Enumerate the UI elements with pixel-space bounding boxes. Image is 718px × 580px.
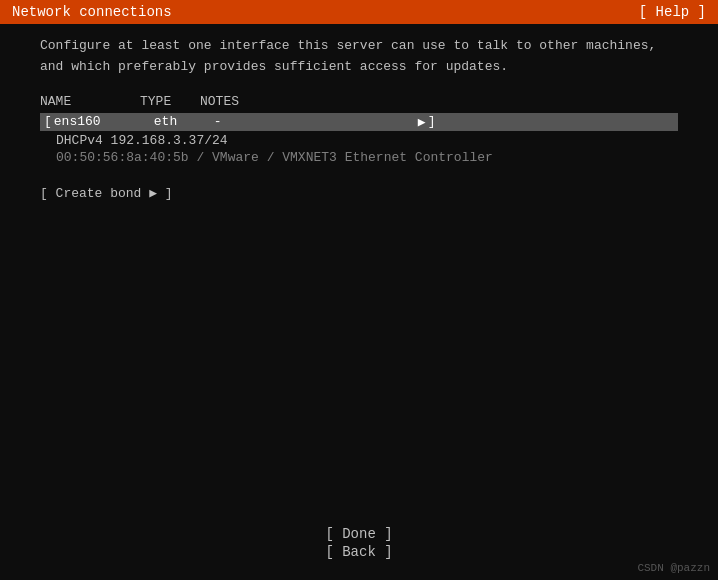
watermark: CSDN @pazzn xyxy=(637,562,710,574)
header-name: NAME xyxy=(40,94,140,109)
content-area: Configure at least one interface this se… xyxy=(0,24,718,526)
dhcp-row: DHCPv4 192.168.3.37/24 xyxy=(40,131,678,148)
arrow-icon: ▶ xyxy=(418,114,426,130)
done-button[interactable]: [ Done ] xyxy=(325,526,392,542)
interface-name: ens160 xyxy=(54,114,154,129)
table-header: NAME TYPE NOTES xyxy=(40,94,678,109)
interface-notes: - xyxy=(214,114,414,129)
bottom-area xyxy=(40,201,678,514)
header-notes: NOTES xyxy=(200,94,400,109)
header-type: TYPE xyxy=(140,94,200,109)
description-line2: and which preferably provides sufficient… xyxy=(40,57,678,78)
title-bar: Network connections [ Help ] xyxy=(0,0,718,24)
interface-type: eth xyxy=(154,114,214,129)
buttons-area: [ Done ] [ Back ] xyxy=(0,526,718,580)
title-text: Network connections xyxy=(12,4,172,20)
create-bond[interactable]: [ Create bond ▶ ] xyxy=(40,185,678,201)
description-line1: Configure at least one interface this se… xyxy=(40,36,678,57)
screen: Network connections [ Help ] Configure a… xyxy=(0,0,718,580)
bracket-right: ] xyxy=(428,114,436,129)
interface-row[interactable]: [ ens160 eth - ▶ ] xyxy=(40,113,678,131)
mac-row: 00:50:56:8a:40:5b / VMware / VMXNET3 Eth… xyxy=(40,148,678,165)
bracket-left: [ xyxy=(44,114,52,129)
description: Configure at least one interface this se… xyxy=(40,36,678,78)
help-button[interactable]: [ Help ] xyxy=(639,4,706,20)
back-button[interactable]: [ Back ] xyxy=(325,544,392,560)
